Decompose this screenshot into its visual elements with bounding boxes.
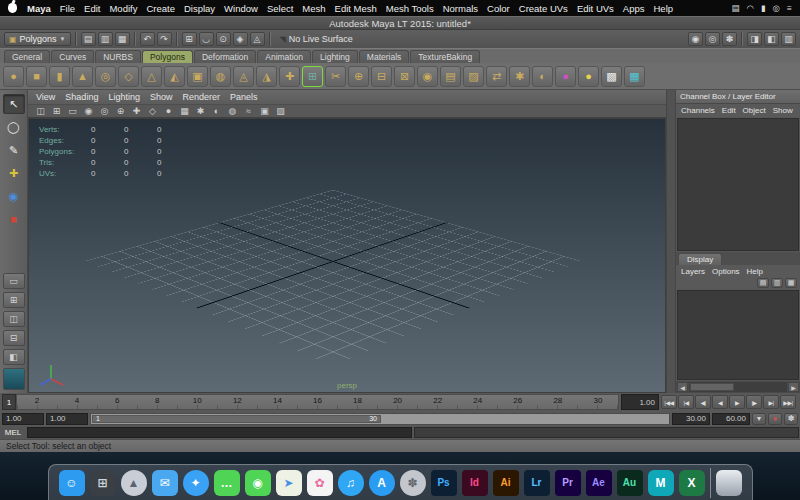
shelf-tab[interactable]: Polygons xyxy=(142,50,193,63)
go-to-start-button[interactable]: |◀◀ xyxy=(661,395,677,409)
new-empty-layer-icon[interactable]: ▤ xyxy=(757,278,769,288)
dock-icon[interactable] xyxy=(710,468,711,498)
selection-mode-dropdown[interactable]: ▣ Polygons ▼ xyxy=(4,32,71,46)
shelf-tab[interactable]: Curves xyxy=(51,50,94,63)
shelf-tab[interactable]: General xyxy=(4,50,50,63)
poly-sphere-icon[interactable]: ● xyxy=(3,66,24,87)
dock-photos[interactable]: ✿ xyxy=(307,470,333,496)
scroll-right-button[interactable]: ▶ xyxy=(788,382,799,392)
time-slider-track[interactable]: 24681012141618202224262830 xyxy=(16,394,619,410)
move-tool-icon[interactable]: ✚ xyxy=(3,163,25,183)
menu-item[interactable]: Create UVs xyxy=(519,3,568,14)
dock-facetime[interactable]: ◉ xyxy=(245,470,271,496)
dock-itunes[interactable]: ♫ xyxy=(338,470,364,496)
dock-launchpad[interactable]: ▲ xyxy=(121,470,147,496)
shadows-icon[interactable]: ◐ xyxy=(210,106,223,116)
smooth-icon[interactable]: ✱ xyxy=(509,66,530,87)
poly-cube-icon[interactable]: ■ xyxy=(26,66,47,87)
quad-draw-icon[interactable]: ▨ xyxy=(463,66,484,87)
shelf-tab[interactable]: Deformation xyxy=(194,50,256,63)
menu-item[interactable]: Modify xyxy=(109,3,137,14)
new-scene-icon[interactable]: ▤ xyxy=(81,32,96,46)
step-back-key-button[interactable]: ◀| xyxy=(695,395,711,409)
menu-item[interactable]: Create xyxy=(146,3,175,14)
status-line-icon[interactable] xyxy=(269,32,271,46)
menu-item[interactable]: Color xyxy=(487,3,510,14)
resolution-gate-icon[interactable]: ◉ xyxy=(82,106,95,116)
shelf-tab[interactable]: Animation xyxy=(257,50,311,63)
material-lambert-icon[interactable]: ● xyxy=(578,66,599,87)
dock-maya[interactable]: M xyxy=(648,470,674,496)
notification-center-icon[interactable]: ≡ xyxy=(787,3,792,13)
dock-messages[interactable]: … xyxy=(214,470,240,496)
current-frame-marker[interactable]: 1 xyxy=(2,394,16,410)
film-gate-icon[interactable]: ▭ xyxy=(66,106,79,116)
playback-start-field[interactable]: 1.00 xyxy=(2,413,44,425)
show-channel-box-icon[interactable]: ▥ xyxy=(781,32,796,46)
menu-item[interactable]: File xyxy=(60,3,75,14)
poly-platonic-icon[interactable]: ◬ xyxy=(233,66,254,87)
command-input[interactable] xyxy=(27,427,412,438)
playback-end-field[interactable]: 30.00 xyxy=(672,413,710,425)
material-blinn-icon[interactable]: ● xyxy=(555,66,576,87)
step-forward-frame-button[interactable]: ▶| xyxy=(763,395,779,409)
paint-select-tool-icon[interactable]: ✎ xyxy=(3,140,25,160)
ambient-occlusion-icon[interactable]: ◍ xyxy=(226,106,239,116)
panel-menu-item[interactable]: View xyxy=(36,92,55,102)
select-tool-icon[interactable]: ↖ xyxy=(3,94,25,114)
scroll-left-button[interactable]: ◀ xyxy=(677,382,688,392)
app-menu-maya[interactable]: Maya xyxy=(27,3,51,14)
poly-pyramid-icon[interactable]: △ xyxy=(141,66,162,87)
safe-action-icon[interactable]: ✚ xyxy=(130,106,143,116)
status-line-icon[interactable] xyxy=(176,32,178,46)
hypershade-icon[interactable]: ▦ xyxy=(624,66,645,87)
render-current-frame-icon[interactable]: ◉ xyxy=(688,32,703,46)
rotate-tool-icon[interactable]: ◉ xyxy=(3,186,25,206)
layout-persp-thumbnail[interactable] xyxy=(3,368,25,390)
menu-item[interactable]: Display xyxy=(184,3,215,14)
lights-icon[interactable]: ✱ xyxy=(194,106,207,116)
panel-menu-item[interactable]: Lighting xyxy=(108,92,140,102)
xray-icon[interactable]: ▨ xyxy=(274,106,287,116)
snap-grid-icon[interactable]: ⊞ xyxy=(182,32,197,46)
scrollbar-thumb[interactable] xyxy=(690,383,734,391)
multisample-icon[interactable]: ▣ xyxy=(258,106,271,116)
dock-trash[interactable] xyxy=(716,470,742,496)
poly-cone-icon[interactable]: ▲ xyxy=(72,66,93,87)
snap-curve-icon[interactable]: ◡ xyxy=(199,32,214,46)
status-line-icon[interactable] xyxy=(75,32,77,46)
menu-item[interactable]: Mesh xyxy=(302,3,325,14)
open-scene-icon[interactable]: ▥ xyxy=(98,32,113,46)
motion-blur-icon[interactable]: ≈ xyxy=(242,106,255,116)
shelf-tab[interactable]: Materials xyxy=(359,50,409,63)
mirror-icon[interactable]: ⇄ xyxy=(486,66,507,87)
multi-cut-icon[interactable]: ▤ xyxy=(440,66,461,87)
channel-box-menu-item[interactable]: Channels xyxy=(681,106,715,115)
dock-safari[interactable]: ✦ xyxy=(183,470,209,496)
bevel-icon[interactable]: ⊠ xyxy=(394,66,415,87)
textured-icon[interactable]: ▦ xyxy=(178,106,191,116)
poly-plane-icon[interactable]: ◇ xyxy=(118,66,139,87)
extrude-icon[interactable]: ⊟ xyxy=(371,66,392,87)
layout-two-pane-stacked-button[interactable]: ⊟ xyxy=(3,330,25,346)
wireframe-icon[interactable]: ◇ xyxy=(146,106,159,116)
render-settings-icon[interactable]: ✽ xyxy=(722,32,737,46)
dock-photoshop[interactable]: Ps xyxy=(431,470,457,496)
layer-menu-item[interactable]: Help xyxy=(747,267,763,276)
field-chart-icon[interactable]: ⊕ xyxy=(114,106,127,116)
dock-illustrator[interactable]: Ai xyxy=(493,470,519,496)
layer-menu-item[interactable]: Options xyxy=(712,267,740,276)
layer-list-empty[interactable] xyxy=(677,290,799,380)
step-forward-key-button[interactable]: |▶ xyxy=(746,395,762,409)
poly-prism-icon[interactable]: ◭ xyxy=(164,66,185,87)
tab-display[interactable]: Display xyxy=(678,253,722,265)
dock-mail[interactable]: ✉ xyxy=(152,470,178,496)
show-attribute-editor-icon[interactable]: ◨ xyxy=(747,32,762,46)
auto-keyframe-icon[interactable]: ● xyxy=(768,413,782,425)
play-backwards-button[interactable]: ◀ xyxy=(712,395,728,409)
lasso-tool-icon[interactable]: ◯ xyxy=(3,117,25,137)
status-line-icon[interactable] xyxy=(741,32,743,46)
panel-menu-item[interactable]: Renderer xyxy=(182,92,220,102)
poly-torus-icon[interactable]: ◎ xyxy=(95,66,116,87)
snap-point-icon[interactable]: ⊙ xyxy=(216,32,231,46)
